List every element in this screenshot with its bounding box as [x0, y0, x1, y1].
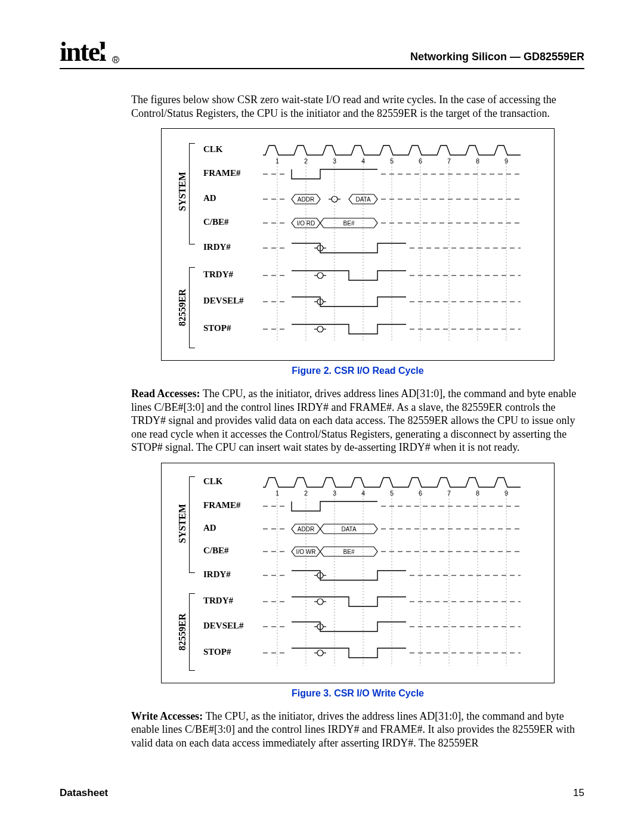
svg-text:6: 6	[419, 157, 422, 165]
sig-frame: FRAME#	[203, 168, 241, 178]
sig-devsel-2: DEVSEL#	[203, 621, 244, 631]
logo-glyph-hole	[101, 49, 107, 55]
sig-frame-2: FRAME#	[203, 500, 241, 510]
figure-3-caption: Figure 3. CSR I/O Write Cycle	[131, 688, 584, 699]
read-paragraph: Read Accesses: The CPU, as the initiator…	[131, 387, 584, 454]
bracket-system	[189, 143, 195, 244]
svg-point-96	[317, 599, 323, 605]
sig-stop-2: STOP#	[203, 647, 231, 657]
footer-left: Datasheet	[60, 787, 108, 799]
timing-diagram-write: 123456789ADDRDATAI/O WRBE#	[263, 474, 549, 678]
header-bar: intel R Networking Silicon — GD82559ER	[60, 36, 584, 63]
svg-text:8: 8	[476, 490, 479, 497]
write-lead: Write Accesses:	[131, 710, 206, 722]
write-paragraph: Write Accesses: The CPU, as the initiato…	[131, 710, 584, 750]
svg-text:DATA: DATA	[341, 526, 357, 532]
svg-text:1: 1	[275, 157, 279, 165]
group-label-system: SYSTEM	[177, 147, 188, 236]
svg-text:4: 4	[361, 157, 365, 165]
svg-point-41	[317, 272, 323, 278]
svg-text:I/O RD: I/O RD	[297, 220, 315, 227]
svg-text:BE#: BE#	[343, 549, 355, 555]
svg-text:I/O WR: I/O WR	[296, 549, 316, 555]
svg-point-53	[317, 326, 323, 332]
svg-text:9: 9	[504, 490, 508, 497]
timing-diagram-read: 123456789ADDRDATAI/O RDBE#	[263, 140, 549, 354]
bracket-82559er	[189, 267, 195, 348]
page: intel R Networking Silicon — GD82559ER T…	[60, 36, 584, 758]
figure-3: SYSTEM 82559ER CLK FRAME# AD C/BE# IRDY#…	[161, 463, 555, 683]
svg-text:8: 8	[476, 157, 479, 165]
sig-clk-2: CLK	[203, 476, 223, 487]
doc-title: Networking Silicon — GD82559ER	[410, 51, 584, 63]
group-label-system-2: SYSTEM	[177, 480, 188, 567]
sig-ad: AD	[203, 193, 216, 203]
svg-text:9: 9	[504, 157, 508, 165]
svg-text:2: 2	[304, 157, 308, 165]
figure-2-caption: Figure 2. CSR I/O Read Cycle	[131, 366, 584, 376]
svg-text:DATA: DATA	[355, 196, 371, 203]
page-number: 15	[573, 787, 584, 799]
svg-text:4: 4	[361, 490, 365, 497]
registered-icon: R	[112, 56, 119, 63]
sig-ad-2: AD	[203, 523, 216, 533]
svg-text:2: 2	[304, 490, 308, 497]
footer: Datasheet 15	[60, 787, 584, 799]
svg-text:7: 7	[447, 157, 451, 165]
intro-paragraph: The figures below show CSR zero wait-sta…	[131, 93, 584, 120]
bracket-82559er-2	[189, 593, 195, 671]
svg-text:5: 5	[390, 157, 394, 165]
figure-2: SYSTEM 82559ER CLK FRAME# AD C/BE# IRDY#…	[161, 128, 555, 361]
sig-cbe: C/BE#	[203, 217, 229, 227]
sig-clk: CLK	[203, 144, 223, 154]
sig-trdy-2: TRDY#	[203, 596, 233, 606]
svg-text:3: 3	[333, 157, 336, 165]
sig-devsel: DEVSEL#	[203, 296, 244, 306]
svg-text:ADDR: ADDR	[298, 526, 314, 532]
sig-irdy-2: IRDY#	[203, 569, 231, 580]
svg-text:ADDR: ADDR	[298, 196, 314, 203]
logo-text: intel	[60, 36, 106, 67]
svg-text:7: 7	[447, 490, 451, 497]
content: The figures below show CSR zero wait-sta…	[131, 93, 584, 750]
bracket-system-2	[189, 476, 195, 573]
header-rule	[60, 68, 584, 69]
sig-irdy: IRDY#	[203, 242, 231, 252]
svg-text:5: 5	[390, 490, 394, 497]
read-lead: Read Accesses:	[131, 388, 203, 400]
svg-point-108	[317, 650, 323, 656]
sig-trdy: TRDY#	[203, 270, 233, 280]
sig-cbe-2: C/BE#	[203, 546, 229, 556]
sig-stop: STOP#	[203, 323, 231, 333]
svg-text:BE#: BE#	[343, 220, 355, 227]
svg-text:3: 3	[333, 490, 336, 497]
svg-text:1: 1	[275, 490, 279, 497]
group-label-82559er-2: 82559ER	[177, 597, 188, 667]
intel-logo: intel R	[60, 36, 119, 63]
group-label-82559er: 82559ER	[177, 272, 188, 343]
svg-text:6: 6	[419, 490, 422, 497]
